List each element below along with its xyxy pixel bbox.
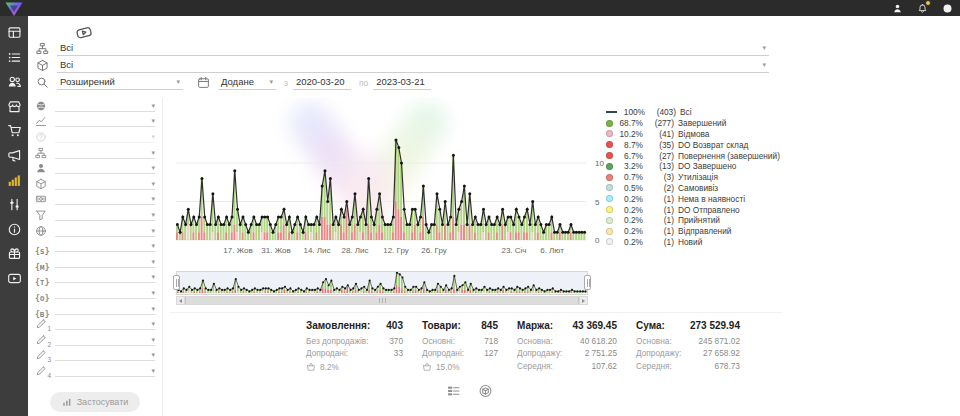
- date-field-select[interactable]: Додане ▾: [218, 76, 276, 90]
- basket-icon: [422, 362, 432, 372]
- video-tag-icon[interactable]: [72, 24, 96, 41]
- sidebar-item-purchases[interactable]: [7, 123, 22, 138]
- chevron-down-icon: ▾: [151, 164, 155, 171]
- filter-row-payment: ▾: [28, 192, 162, 208]
- date-to-input[interactable]: 2023-03-21: [373, 76, 431, 90]
- avatar-icon[interactable]: [942, 3, 953, 14]
- group-by-product-button[interactable]: [478, 384, 493, 398]
- filter-product-select[interactable]: ▾: [55, 178, 155, 190]
- topbar: [0, 0, 960, 16]
- stats-column-4: Сума:273 529.94Основна:245 871.02Допрода…: [636, 320, 740, 372]
- product-filter-select[interactable]: Всі ▾: [57, 59, 769, 73]
- scrollbar-thumb[interactable]: [185, 297, 579, 304]
- navigator-handle-right[interactable]: [584, 275, 591, 290]
- sidebar-item-dashboard[interactable]: [7, 25, 22, 40]
- sidebar-item-marketing[interactable]: [7, 148, 22, 163]
- upsell-percent-row: 15.0%: [422, 362, 498, 372]
- date-from-input[interactable]: 2020-03-20: [293, 76, 351, 90]
- filter-row-help: ▾: [28, 129, 162, 145]
- legend-count: (1): [648, 237, 674, 247]
- x-axis-ticks: 17. Жов31. Жов14. Лис28. Лис12. Гру26. Г…: [176, 246, 588, 258]
- sidebar-item-customers[interactable]: [7, 74, 22, 89]
- pencil-number: 3: [47, 356, 51, 363]
- filter-editable-2-select[interactable]: ▾: [55, 334, 155, 346]
- brand-logo-icon[interactable]: [4, 1, 24, 15]
- legend-marker: [606, 217, 613, 224]
- main-chart-svg[interactable]: 0510: [176, 100, 622, 250]
- apply-button[interactable]: Застосувати: [50, 392, 141, 412]
- filter-custom-b-select[interactable]: ▾: [55, 303, 155, 315]
- filter-source-select[interactable]: ▾: [55, 100, 155, 112]
- legend-count: (277): [648, 118, 674, 128]
- search-mode-select[interactable]: Розширений ▾: [57, 76, 183, 90]
- filter-row-manager: ▾: [28, 160, 162, 176]
- notifications-icon[interactable]: [917, 3, 928, 14]
- filter-website-select[interactable]: ▾: [55, 225, 155, 237]
- filter-manager-select[interactable]: ▾: [55, 162, 155, 174]
- filter-editable-3-select[interactable]: ▾: [55, 349, 155, 361]
- scrollbar-right-arrow-icon[interactable]: [579, 297, 587, 304]
- filter-row-website: ▾: [28, 223, 162, 239]
- search-icon: [36, 76, 49, 89]
- navigator-handle-left[interactable]: [173, 275, 180, 290]
- filter-funnel-select[interactable]: ▾: [55, 209, 155, 221]
- sidebar-item-integrations[interactable]: [7, 246, 22, 261]
- legend-count: (403): [650, 107, 676, 117]
- legend-item-9[interactable]: 0.2%(1)DO Отправлено: [606, 204, 806, 215]
- filter-dynamics-select[interactable]: ▾: [55, 115, 155, 127]
- legend-item-6[interactable]: 0.7%(3)Утилізація: [606, 172, 806, 183]
- legend-item-4[interactable]: 6.7%(27)Повернення (завершений): [606, 150, 806, 161]
- chevron-down-icon: ▾: [762, 61, 766, 68]
- stat-title: Товари:: [422, 320, 461, 331]
- sidebar-item-info[interactable]: [7, 222, 22, 237]
- filter-custom-o-select[interactable]: ▾: [55, 287, 155, 299]
- sidebar-item-analytics[interactable]: [7, 173, 22, 188]
- legend-item-11[interactable]: 0.2%(1)Відправлений: [606, 226, 806, 237]
- x-tick-label: 28. Лис: [341, 246, 368, 255]
- status-filter-select[interactable]: Всі ▾: [57, 42, 769, 56]
- legend-marker: [606, 195, 613, 202]
- legend-item-5[interactable]: 3.2%(13)DO Завершено: [606, 161, 806, 172]
- sidebar: [0, 16, 28, 416]
- legend-marker: [606, 120, 613, 127]
- legend-item-12[interactable]: 0.2%(1)Новий: [606, 237, 806, 248]
- legend-item-7[interactable]: 0.5%(2)Самовивіз: [606, 183, 806, 194]
- group-by-status-button[interactable]: [446, 384, 461, 398]
- legend-item-0[interactable]: 100%(403)Всі: [606, 107, 806, 118]
- legend-item-2[interactable]: 10.2%(41)Відмова: [606, 129, 806, 140]
- sidebar-item-tutorials[interactable]: [7, 271, 22, 286]
- navigator-scrollbar[interactable]: [176, 296, 588, 305]
- legend-count: (1): [648, 226, 674, 236]
- legend-item-3[interactable]: 8.7%(35)DO Возврат склад: [606, 139, 806, 150]
- filter-payment-select[interactable]: ▾: [55, 193, 155, 205]
- filter-structure-select[interactable]: ▾: [55, 147, 155, 159]
- topbar-actions: [892, 0, 953, 16]
- legend-item-8[interactable]: 0.2%(1)Нема в наявності: [606, 193, 806, 204]
- svg-text:10: 10: [595, 159, 604, 168]
- status-filter-value: Всі: [60, 42, 73, 53]
- user-icon[interactable]: [892, 3, 903, 14]
- filter-editable-1-select[interactable]: ▾: [55, 318, 155, 330]
- stat-value: 273 529.94: [690, 320, 740, 331]
- legend-label: DO Возврат склад: [678, 140, 748, 150]
- filter-help-select: ▾: [55, 131, 155, 143]
- search-date-row: Розширений ▾ Додане ▾ з 2020-03-20 по 20…: [36, 76, 431, 90]
- legend-label: Новий: [678, 237, 702, 247]
- sidebar-item-store[interactable]: [7, 99, 22, 114]
- filter-row-custom-s: {s}▾: [28, 238, 162, 254]
- legend-item-1[interactable]: 68.7%(277)Завершений: [606, 118, 806, 129]
- navigator[interactable]: [176, 271, 588, 295]
- scrollbar-left-arrow-icon[interactable]: [177, 297, 185, 304]
- sidebar-item-settings[interactable]: [7, 197, 22, 212]
- filter-custom-s-select[interactable]: ▾: [55, 240, 155, 252]
- legend-label: Прийнятий: [678, 215, 720, 225]
- chevron-down-icon: ▾: [151, 305, 155, 312]
- pencil-number: 2: [47, 341, 51, 348]
- sidebar-item-orders[interactable]: [7, 50, 22, 65]
- legend-item-10[interactable]: 0.2%(1)Прийнятий: [606, 215, 806, 226]
- navigator-svg: [177, 272, 587, 294]
- hierarchy-icon: [36, 42, 49, 55]
- filter-custom-m-select[interactable]: ▾: [55, 256, 155, 268]
- filter-custom-t-select[interactable]: ▾: [55, 271, 155, 283]
- filter-editable-4-select[interactable]: ▾: [55, 365, 155, 377]
